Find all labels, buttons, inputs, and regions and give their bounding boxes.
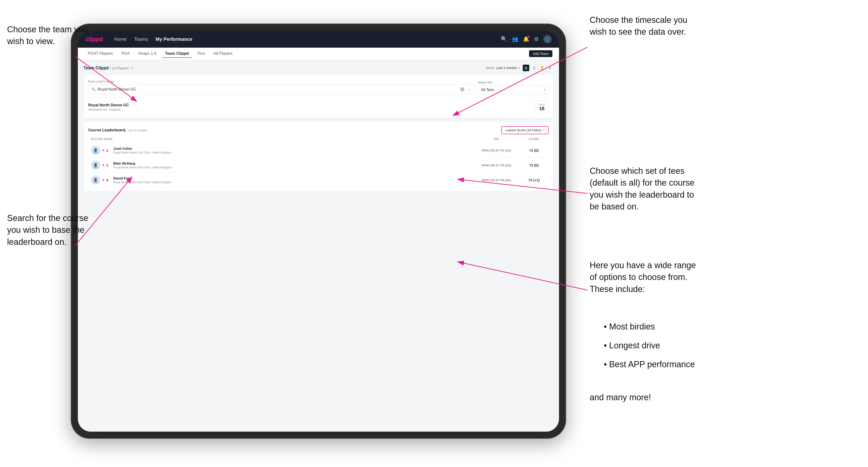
course-result: Royal North Devon GC Westward Ho!, Engla…	[88, 97, 549, 114]
list-view-button[interactable]: ☰	[531, 65, 537, 71]
annotation-and-more: and many more!	[590, 392, 651, 403]
annotation-bullet-1: • Most birdies	[604, 321, 655, 333]
leaderboard-header: Course Leaderboard, Last 3 months Lowest…	[88, 126, 549, 134]
bell-icon-wrap: 🔔	[523, 36, 529, 42]
search-icon-small: 🔍	[91, 87, 96, 92]
player-rank: 1	[106, 163, 111, 167]
heart-icon[interactable]: ♥	[102, 148, 104, 152]
annotation-right-middle: Choose which set of tees (default is all…	[590, 165, 694, 213]
player-rank: 3	[106, 178, 111, 182]
favourite-star-icon[interactable]: ☆	[467, 87, 471, 92]
player-club: Royal North Devon Golf Club, United King…	[113, 151, 470, 154]
tab-pgat-players[interactable]: PGAT Players	[85, 50, 116, 58]
sort-label: Lowest Score (18 holes)	[505, 128, 541, 132]
course-search-label: Find a Golf Course	[88, 80, 474, 83]
avatar: 👤	[91, 176, 100, 184]
search-section: Find a Golf Course 🔍 Royal North Devon G…	[84, 75, 553, 118]
col-tee: TEE	[470, 137, 522, 141]
col-player-name: PLAYER NAME	[91, 137, 470, 141]
heart-icon[interactable]: ♥	[102, 163, 104, 167]
annotation-top-right: Choose the timescale you wish to see the…	[590, 14, 687, 38]
player-score: 72 (E)	[522, 148, 546, 152]
notification-dot	[528, 36, 530, 37]
clear-search-button[interactable]: ×	[460, 87, 464, 92]
player-club: Royal North Devon Golf Club, United King…	[113, 181, 470, 184]
tee-select-group: Select Tee All Tees ▾	[478, 81, 549, 94]
tab-team-clippd[interactable]: Team Clippd	[162, 50, 192, 58]
course-info: Royal North Devon GC Westward Ho!, Engla…	[88, 103, 535, 111]
player-tee: White (M) (6,744 yds)	[470, 149, 522, 152]
tab-all-players[interactable]: All Players	[210, 50, 236, 58]
player-info: Josh Coles Royal North Devon Golf Club, …	[113, 147, 470, 154]
tee-select-value: All Tees	[481, 88, 494, 92]
tablet-screen: clippd Home Teams My Performance 🔍 👥 🔔 ⚙…	[78, 31, 559, 432]
add-team-button[interactable]: Add Team	[529, 50, 552, 57]
leaderboard-title: Course Leaderboard,	[88, 128, 126, 132]
player-score: 73 (+1)	[522, 178, 546, 182]
annotation-bullet-3: • Best APP performance	[604, 359, 695, 370]
leaderboard-column-headers: PLAYER NAME TEE SCORE	[88, 137, 549, 143]
settings-icon[interactable]: ⚙	[534, 36, 539, 42]
player-name: David Ford	[113, 176, 470, 180]
tee-select-dropdown[interactable]: All Tees ▾	[478, 86, 549, 94]
table-row: 👤 ♥ 1 Blair McHarg Royal North Devon Gol…	[88, 158, 549, 173]
navbar-right: 🔍 👥 🔔 ⚙ 👤	[501, 35, 552, 43]
annotation-bottom-left: Search for the course you wish to base t…	[7, 212, 88, 248]
player-info: Blair McHarg Royal North Devon Golf Club…	[113, 161, 470, 169]
course-search-group: Find a Golf Course 🔍 Royal North Devon G…	[88, 80, 474, 94]
course-search-input[interactable]: Royal North Devon GC	[98, 87, 458, 92]
nav-teams[interactable]: Teams	[134, 36, 148, 43]
avatar[interactable]: 👤	[544, 35, 552, 43]
course-search-input-wrap: 🔍 Royal North Devon GC × ☆	[88, 85, 474, 94]
holes-label: Holes	[538, 103, 545, 106]
trophy-view-button[interactable]: 🏆	[539, 65, 545, 71]
player-name: Blair McHarg	[113, 161, 470, 165]
annotation-right-bottom: Here you have a wide range of options to…	[590, 259, 696, 295]
avatar: 👤	[91, 161, 100, 169]
team-count: | 14 Players	[110, 66, 129, 70]
view-controls: ⊞ ☰ 🏆 ⬇	[523, 65, 553, 71]
tee-dropdown-arrow-icon: ▾	[544, 88, 546, 92]
avatar: 👤	[91, 146, 100, 155]
edit-icon[interactable]: ✏	[131, 66, 134, 70]
player-score: 72 (E)	[522, 163, 546, 167]
team-header: Team Clippd | 14 Players ✏ Show: Last 3 …	[84, 65, 553, 71]
holes-badge: Holes 18	[535, 101, 549, 114]
player-info: David Ford Royal North Devon Golf Club, …	[113, 176, 470, 184]
leaderboard-subtitle: Last 3 months	[128, 129, 147, 132]
tabbar: PGAT Players PGA Hcaps 1-5 Team Clippd T…	[78, 48, 559, 60]
navbar: clippd Home Teams My Performance 🔍 👥 🔔 ⚙…	[78, 31, 559, 48]
nav-home[interactable]: Home	[114, 36, 127, 43]
course-name: Royal North Devon GC	[88, 103, 535, 107]
search-row: Find a Golf Course 🔍 Royal North Devon G…	[88, 80, 549, 94]
tab-hcaps[interactable]: Hcaps 1-5	[135, 50, 160, 58]
player-tee: White (M) (6,744 yds)	[470, 178, 522, 182]
close-icon: ×	[462, 88, 463, 91]
show-value: Last 3 months	[496, 66, 517, 70]
player-name: Josh Coles	[113, 147, 470, 151]
table-row: 👤 ♥ 1 Josh Coles Royal North Devon Golf …	[88, 143, 549, 158]
tee-select-label: Select Tee	[478, 81, 549, 84]
main-content: Team Clippd | 14 Players ✏ Show: Last 3 …	[78, 60, 559, 432]
search-icon[interactable]: 🔍	[501, 36, 507, 42]
tab-tour[interactable]: Tour	[194, 50, 208, 58]
team-name: Team Clippd	[84, 66, 109, 70]
player-club: Royal North Devon Golf Club, United King…	[113, 166, 470, 169]
download-button[interactable]: ⬇	[547, 65, 553, 71]
sort-chevron-icon: ▾	[543, 129, 545, 132]
users-icon[interactable]: 👥	[512, 36, 518, 42]
course-location: Westward Ho!, England	[88, 108, 535, 111]
col-score: SCORE	[522, 137, 546, 141]
tab-pga[interactable]: PGA	[118, 50, 133, 58]
sort-dropdown-button[interactable]: Lowest Score (18 holes) ▾	[501, 126, 549, 134]
nav-my-performance[interactable]: My Performance	[156, 36, 192, 43]
grid-view-button[interactable]: ⊞	[523, 65, 529, 71]
show-dropdown-arrow[interactable]: ▾	[519, 66, 520, 69]
show-label: Show:	[486, 66, 495, 70]
table-row: 👤 ♥ 3 David Ford Royal North Devon Golf …	[88, 173, 549, 187]
holes-value: 18	[538, 106, 545, 111]
player-tee: White (M) (6,744 yds)	[470, 163, 522, 167]
brand-logo: clippd	[85, 36, 103, 43]
heart-icon[interactable]: ♥	[102, 178, 104, 182]
leaderboard-section: Course Leaderboard, Last 3 months Lowest…	[84, 122, 553, 191]
